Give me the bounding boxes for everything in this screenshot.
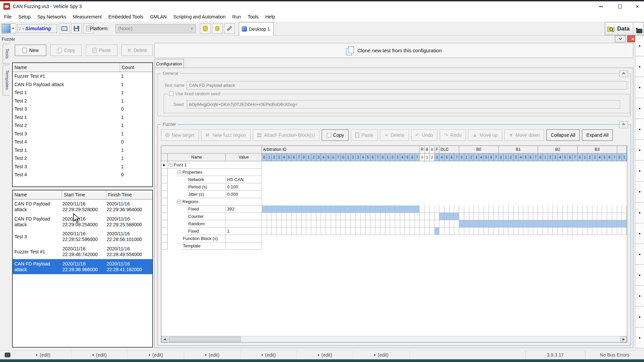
bit-cell[interactable]	[592, 228, 597, 235]
bit-cell[interactable]	[321, 205, 326, 213]
bit-cell[interactable]	[612, 205, 617, 213]
grid-row-random[interactable]: Random	[161, 220, 627, 228]
bit-cell[interactable]	[405, 220, 410, 228]
side-tab-templates[interactable]: Templates	[3, 65, 10, 96]
grid-row-period-s[interactable]: Period (s)0.100	[161, 183, 627, 191]
bit-cell[interactable]	[395, 220, 400, 228]
bit-cell[interactable]	[375, 213, 380, 220]
test-list-row[interactable]: Test 31	[13, 130, 152, 138]
bit-cell[interactable]	[602, 228, 607, 235]
paste-button[interactable]: Paste	[86, 45, 117, 56]
bit-cell[interactable]	[425, 220, 430, 228]
runs-header-start-time[interactable]: Start Time	[62, 190, 106, 199]
tests-header-name[interactable]: Name	[13, 63, 120, 72]
save-icon[interactable]	[71, 23, 82, 34]
bit-cell[interactable]	[326, 213, 331, 220]
bit-cell[interactable]	[538, 228, 543, 235]
bit-cell[interactable]	[484, 213, 489, 220]
bit-cell[interactable]	[459, 213, 464, 220]
bit-cell[interactable]	[380, 213, 385, 220]
grid-header-value[interactable]: Value	[226, 154, 262, 161]
bit-cell[interactable]	[351, 213, 356, 220]
bit-cell[interactable]	[607, 220, 612, 228]
bit-cell[interactable]	[385, 220, 390, 228]
bit-cell[interactable]	[415, 220, 420, 228]
bit-cell[interactable]	[326, 228, 331, 235]
test-list-row[interactable]: Test 11	[13, 113, 152, 122]
bit-cell[interactable]	[375, 205, 380, 213]
scrollbar-thumb[interactable]	[169, 337, 241, 342]
run-row[interactable]: CAN FD Payload attack2020/11/1622:28:36:…	[13, 259, 152, 274]
bit-cell[interactable]	[454, 228, 459, 235]
bit-cell[interactable]	[528, 228, 533, 235]
grid-header-name[interactable]: Name	[168, 154, 226, 161]
bit-cell[interactable]	[351, 205, 356, 213]
bit-cell[interactable]	[370, 213, 375, 220]
bit-cell[interactable]	[538, 213, 543, 220]
bit-cell[interactable]	[558, 213, 563, 220]
grid-row-regions[interactable]: −Regions	[161, 198, 627, 205]
fixed-seed-checkbox[interactable]	[169, 92, 173, 96]
bit-cell[interactable]	[533, 220, 538, 228]
bit-cell[interactable]	[449, 213, 454, 220]
bit-cell[interactable]	[316, 228, 321, 235]
bit-cell[interactable]	[543, 205, 548, 213]
bit-cell[interactable]	[563, 228, 568, 235]
bit-cell[interactable]	[469, 220, 474, 228]
bit-cell[interactable]	[514, 228, 519, 235]
bit-cell[interactable]	[302, 213, 307, 220]
bit-cell[interactable]	[306, 213, 311, 220]
bit-cell[interactable]	[523, 228, 528, 235]
bit-cell[interactable]	[612, 220, 617, 228]
bit-cell[interactable]	[439, 228, 444, 235]
bit-cell[interactable]	[306, 228, 311, 235]
bit-cell[interactable]	[474, 220, 479, 228]
menu-item-tools[interactable]: Tools	[244, 12, 262, 21]
bit-cell[interactable]	[370, 205, 375, 213]
runs-header-finish-time[interactable]: Finish Time	[106, 190, 152, 199]
bit-cell[interactable]	[553, 220, 558, 228]
bit-cell[interactable]	[573, 213, 578, 220]
bit-cell[interactable]	[287, 205, 292, 213]
menu-item-file[interactable]: File	[1, 12, 15, 21]
bit-cell[interactable]	[272, 213, 277, 220]
bit-cell[interactable]	[346, 213, 351, 220]
bit-cell[interactable]	[499, 205, 504, 213]
bit-cell[interactable]	[519, 205, 524, 213]
bit-cell[interactable]	[548, 228, 553, 235]
bit-cell[interactable]	[444, 213, 449, 220]
test-list-row[interactable]: CAN FD Payload attack1	[13, 80, 152, 89]
bit-cell[interactable]	[420, 205, 425, 213]
test-list-row[interactable]: Test 21	[13, 97, 152, 105]
bit-cell[interactable]	[519, 220, 524, 228]
bit-cell[interactable]	[523, 220, 528, 228]
bit-cell[interactable]	[592, 213, 597, 220]
bit-cell[interactable]	[597, 213, 602, 220]
grid-row-network[interactable]: NetworkHS CAN	[161, 176, 627, 183]
bit-cell[interactable]	[444, 220, 449, 228]
bit-cell[interactable]	[272, 220, 277, 228]
horizontal-scrollbar[interactable]: ◀ ▶	[161, 336, 627, 342]
bit-cell[interactable]	[306, 220, 311, 228]
bit-cell[interactable]	[499, 220, 504, 228]
bit-cell[interactable]	[573, 228, 578, 235]
bit-cell[interactable]	[479, 220, 484, 228]
rail-segment[interactable]: ●	[635, 244, 644, 265]
bit-cell[interactable]	[543, 228, 548, 235]
bit-cell[interactable]	[366, 205, 371, 213]
bit-cell[interactable]	[484, 205, 489, 213]
bit-cell[interactable]	[311, 205, 316, 213]
bit-cell[interactable]	[267, 205, 272, 213]
bit-cell[interactable]	[528, 213, 533, 220]
rail-segment[interactable]: ●	[635, 36, 644, 56]
test-list-row[interactable]: Test 11	[13, 146, 152, 155]
bit-cell[interactable]	[464, 213, 469, 220]
bit-cell[interactable]	[297, 220, 302, 228]
bit-cell[interactable]	[336, 228, 341, 235]
menu-item-run[interactable]: Run	[229, 12, 245, 21]
bit-cell[interactable]	[587, 213, 592, 220]
bit-cell[interactable]	[311, 213, 316, 220]
test-list-row[interactable]: Test 21	[13, 121, 152, 130]
bit-cell[interactable]	[528, 220, 533, 228]
bit-cell[interactable]	[370, 220, 375, 228]
